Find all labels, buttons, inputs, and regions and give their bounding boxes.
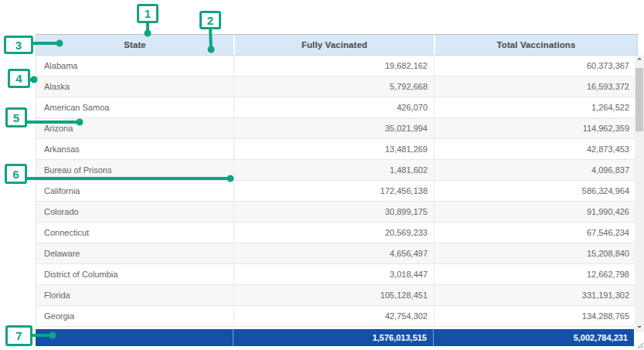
cell-total-vaccinations: 114,962,359 <box>434 118 635 138</box>
cell-fully-vaccinated: 30,899,175 <box>233 202 434 222</box>
cell-total-vaccinations: 4,096,837 <box>434 160 635 180</box>
table-row[interactable]: Connecticut 20,569,233 67,546,234 <box>36 223 635 243</box>
cell-fully-vaccinated: 172,456,138 <box>233 181 434 201</box>
scrollbar-thumb[interactable] <box>635 68 643 131</box>
cell-state: Delaware <box>36 243 233 263</box>
cell-state: Georgia <box>36 306 233 326</box>
cell-state: District of Columbia <box>36 264 233 284</box>
callout-4: 4 <box>8 69 30 88</box>
cell-total-vaccinations: 134,288,765 <box>434 306 635 326</box>
callout-2: 2 <box>199 11 221 29</box>
cell-fully-vaccinated: 3,018,447 <box>233 264 434 284</box>
cell-state: Florida <box>36 285 233 305</box>
annotated-table-screenshot: State Fully Vacinated Total Vaccinations… <box>0 0 644 350</box>
cell-fully-vaccinated: 42,754,302 <box>233 306 434 326</box>
table-row[interactable]: Alabama 19,682,162 60,373,367 <box>36 56 635 76</box>
table-row[interactable]: California 172,456,138 586,324,964 <box>36 181 635 202</box>
cell-state: Connecticut <box>36 223 233 243</box>
table-row[interactable]: Colorado 30,899,175 91,990,426 <box>36 202 635 223</box>
cell-state: California <box>36 181 233 201</box>
table-row[interactable]: Arizona 35,021,994 114,962,359 <box>36 118 635 139</box>
cell-total-vaccinations: 60,373,367 <box>434 56 635 76</box>
callout-7: 7 <box>5 325 32 346</box>
totals-row: 1,576,013,515 5,002,784,231 <box>36 329 634 346</box>
callout-1: 1 <box>137 4 158 23</box>
cell-fully-vaccinated: 13,481,269 <box>233 139 434 159</box>
cell-fully-vaccinated: 105,128,451 <box>233 285 434 305</box>
table-row[interactable]: Florida 105,128,451 331,191,302 <box>36 285 635 306</box>
cell-state: Alabama <box>36 56 233 76</box>
cell-state: Arkansas <box>36 139 233 159</box>
cell-fully-vaccinated: 20,569,233 <box>233 223 434 243</box>
cell-fully-vaccinated: 35,021,994 <box>233 118 434 138</box>
cell-fully-vaccinated: 4,656,497 <box>233 243 434 263</box>
cell-state: Alaska <box>36 76 233 97</box>
cell-state: American Samoa <box>36 97 233 117</box>
cell-total-vaccinations: 42,873,453 <box>434 139 635 159</box>
cell-total-vaccinations: 16,593,372 <box>434 76 635 97</box>
cell-fully-vaccinated: 1,481,602 <box>233 160 434 180</box>
cell-total-vaccinations: 12,662,798 <box>434 264 635 284</box>
cell-total-vaccinations: 331,191,302 <box>434 285 635 305</box>
column-header-total-vaccinations[interactable]: Total Vaccinations <box>434 35 637 55</box>
chevron-down-icon: ⌄ <box>636 321 642 329</box>
column-header-state[interactable]: State <box>36 35 233 55</box>
table-row[interactable]: Alaska 5,792,668 16,593,372 <box>36 76 635 97</box>
table-row[interactable]: Georgia 42,754,302 134,288,765 <box>36 306 635 327</box>
cell-fully-vaccinated: 5,792,668 <box>233 76 434 97</box>
cell-fully-vaccinated: 426,070 <box>233 97 434 117</box>
cell-total-vaccinations: 91,990,426 <box>434 202 635 222</box>
cell-total-vaccinations: 67,546,234 <box>434 223 635 243</box>
cell-fully-vaccinated: 19,682,162 <box>233 56 434 76</box>
chevron-up-icon: ⌃ <box>636 57 642 65</box>
resize-grip-icon <box>637 342 644 349</box>
table-body: Alabama 19,682,162 60,373,367 Alaska 5,7… <box>36 56 635 327</box>
totals-fully-vaccinated: 1,576,013,515 <box>233 329 433 346</box>
column-header-fully-vaccinated[interactable]: Fully Vacinated <box>233 35 434 55</box>
totals-total-vaccinations: 5,002,784,231 <box>433 329 634 346</box>
totals-state-cell <box>36 329 233 346</box>
table-row[interactable]: American Samoa 426,070 1,264,522 <box>36 97 635 118</box>
table-row[interactable]: Delaware 4,656,497 15,208,840 <box>36 243 635 264</box>
cell-state: Arizona <box>36 118 233 138</box>
cell-state: Colorado <box>36 202 233 222</box>
callout-5: 5 <box>5 107 27 127</box>
cell-total-vaccinations: 15,208,840 <box>434 243 635 263</box>
callout-6: 6 <box>5 164 27 184</box>
table-row[interactable]: Bureau of Prisons 1,481,602 4,096,837 <box>36 160 635 181</box>
table-row[interactable]: Arkansas 13,481,269 42,873,453 <box>36 139 635 160</box>
cell-state: Bureau of Prisons <box>36 160 233 180</box>
table-row[interactable]: District of Columbia 3,018,447 12,662,79… <box>36 264 635 285</box>
vertical-scrollbar[interactable]: ⌃ ⌄ <box>635 56 644 332</box>
table-header-row: State Fully Vacinated Total Vaccinations <box>36 34 638 56</box>
cell-total-vaccinations: 586,324,964 <box>434 181 635 201</box>
scroll-up-button[interactable]: ⌃ <box>635 56 644 68</box>
cell-total-vaccinations: 1,264,522 <box>434 97 635 117</box>
callout-3: 3 <box>4 36 33 54</box>
scroll-down-button[interactable]: ⌄ <box>635 320 644 332</box>
